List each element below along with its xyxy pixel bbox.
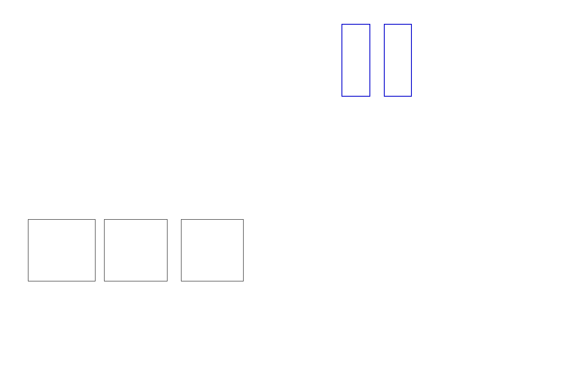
plots-overlay bbox=[0, 0, 576, 392]
clean-image bbox=[384, 24, 412, 97]
timestamp-version bbox=[541, 1, 548, 8]
with-sky-title bbox=[337, 14, 374, 19]
fiber-positions-image bbox=[28, 219, 95, 281]
clean-image-title bbox=[379, 14, 416, 19]
lineflux-map-image bbox=[104, 219, 167, 281]
elixer-report-page: { "header": { "left_segments": [ {"t":"E… bbox=[0, 0, 576, 392]
ts-gap bbox=[541, 1, 548, 7]
hsc-cutout-image bbox=[181, 219, 244, 281]
with-sky-image bbox=[341, 24, 370, 97]
